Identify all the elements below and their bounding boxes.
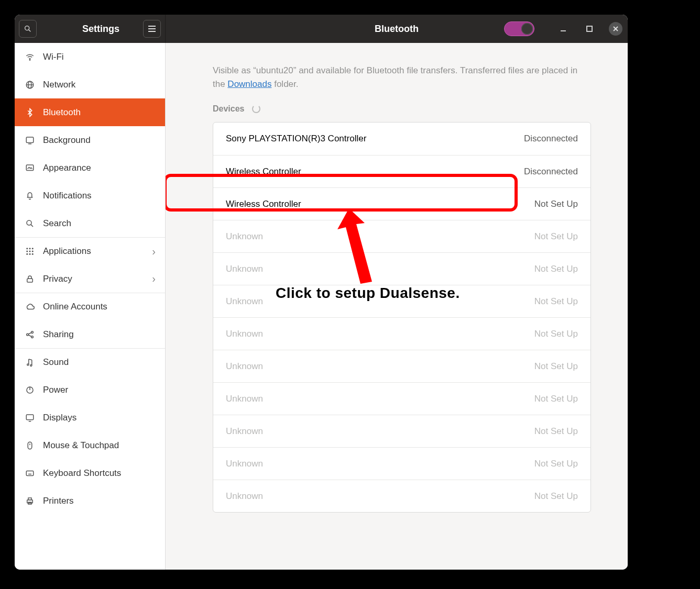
info-post: folder.: [271, 79, 298, 89]
sidebar-item-label: Mouse & Touchpad: [43, 440, 119, 451]
sidebar-item-mouse[interactable]: Mouse & Touchpad: [15, 431, 165, 459]
minimize-icon: [560, 26, 566, 32]
sidebar-item-printers[interactable]: Printers: [15, 487, 165, 515]
device-row[interactable]: UnknownNot Set Up: [213, 480, 590, 512]
sidebar-item-label: Bluetooth: [43, 107, 81, 118]
sidebar-item-sharing[interactable]: Sharing: [15, 320, 165, 348]
sidebar-item-search[interactable]: Search: [15, 209, 165, 237]
device-status: Disconnected: [524, 166, 578, 177]
mouse-icon: [24, 441, 36, 450]
downloads-link[interactable]: Downloads: [227, 79, 271, 89]
device-status: Not Set Up: [534, 264, 578, 274]
svg-line-31: [28, 332, 31, 334]
device-name: Unknown: [226, 459, 263, 469]
printers-icon: [24, 496, 36, 506]
network-icon: [24, 80, 36, 90]
menu-button[interactable]: [143, 20, 161, 38]
svg-rect-41: [26, 471, 34, 475]
minimize-button[interactable]: [556, 22, 570, 36]
sidebar-item-appearance[interactable]: Appearance: [15, 154, 165, 182]
body: Wi-FiNetworkBluetoothBackgroundAppearanc…: [15, 43, 628, 570]
device-name: Sony PLAYSTATION(R)3 Controller: [226, 134, 366, 144]
svg-point-21: [26, 251, 28, 252]
close-button[interactable]: [609, 22, 622, 36]
device-name: Wireless Controller: [226, 166, 301, 177]
search-button[interactable]: [19, 20, 37, 38]
svg-rect-27: [27, 279, 33, 282]
notifications-icon: [24, 191, 36, 201]
search-icon: [24, 25, 32, 33]
device-row[interactable]: UnknownNot Set Up: [213, 220, 590, 252]
device-row[interactable]: UnknownNot Set Up: [213, 447, 590, 480]
sidebar-item-wifi[interactable]: Wi-Fi: [15, 43, 165, 71]
device-row[interactable]: UnknownNot Set Up: [213, 350, 590, 382]
background-icon: [24, 136, 36, 145]
close-icon: [612, 26, 619, 32]
svg-point-33: [27, 364, 29, 365]
device-row[interactable]: UnknownNot Set Up: [213, 252, 590, 285]
sidebar-item-power[interactable]: Power: [15, 376, 165, 404]
device-status: Not Set Up: [534, 296, 578, 307]
device-name: Unknown: [226, 329, 263, 339]
sidebar-item-keyboard[interactable]: Keyboard Shortcuts: [15, 459, 165, 487]
svg-rect-39: [28, 442, 32, 449]
sidebar-item-label: Sharing: [43, 329, 74, 340]
sidebar-item-label: Sound: [43, 357, 69, 368]
device-row[interactable]: UnknownNot Set Up: [213, 382, 590, 415]
sidebar-item-privacy[interactable]: Privacy›: [15, 265, 165, 293]
content: Visible as “ubuntu20” and available for …: [166, 43, 628, 570]
online-accounts-icon: [24, 302, 36, 312]
keyboard-icon: [24, 469, 36, 478]
device-row[interactable]: Wireless ControllerDisconnected: [213, 155, 590, 187]
sidebar-item-online-accounts[interactable]: Online Accounts: [15, 293, 165, 320]
maximize-button[interactable]: [583, 22, 596, 36]
bluetooth-icon: [24, 108, 36, 117]
sidebar-item-displays[interactable]: Displays: [15, 404, 165, 431]
device-status: Not Set Up: [534, 231, 578, 242]
sidebar-item-network[interactable]: Network: [15, 71, 165, 98]
titlebar-right: Bluetooth: [166, 15, 628, 43]
device-status: Disconnected: [524, 134, 578, 144]
svg-point-26: [32, 253, 34, 255]
devices-header: Devices: [213, 104, 591, 114]
device-name: Unknown: [226, 296, 263, 307]
device-status: Not Set Up: [534, 199, 578, 209]
sidebar-item-notifications[interactable]: Notifications: [15, 182, 165, 209]
device-row[interactable]: UnknownNot Set Up: [213, 285, 590, 317]
svg-rect-13: [26, 137, 34, 143]
sidebar-item-label: Search: [43, 218, 71, 229]
sidebar-item-applications[interactable]: Applications›: [15, 237, 165, 265]
sidebar: Wi-FiNetworkBluetoothBackgroundAppearanc…: [15, 43, 166, 570]
sidebar-item-bluetooth[interactable]: Bluetooth: [15, 98, 165, 126]
device-name: Unknown: [226, 264, 263, 274]
device-row[interactable]: Sony PLAYSTATION(R)3 ControllerDisconnec…: [213, 123, 590, 155]
svg-point-0: [25, 26, 29, 30]
device-row[interactable]: Wireless ControllerNot Set Up: [213, 187, 590, 220]
devices-label: Devices: [213, 104, 245, 114]
sidebar-item-label: Notifications: [43, 191, 92, 201]
svg-point-18: [26, 248, 28, 249]
device-row[interactable]: UnknownNot Set Up: [213, 317, 590, 350]
device-name: Unknown: [226, 361, 263, 372]
applications-icon: [24, 247, 36, 256]
settings-window: Settings Bluetooth Wi: [15, 15, 628, 570]
wifi-icon: [24, 52, 36, 62]
bluetooth-toggle[interactable]: [504, 21, 534, 36]
sidebar-item-background[interactable]: Background: [15, 126, 165, 154]
titlebar: Settings Bluetooth: [15, 15, 628, 43]
sidebar-item-label: Keyboard Shortcuts: [43, 468, 121, 479]
device-row[interactable]: UnknownNot Set Up: [213, 415, 590, 447]
device-status: Not Set Up: [534, 361, 578, 372]
device-name: Wireless Controller: [226, 199, 301, 209]
sidebar-item-label: Printers: [43, 496, 74, 506]
privacy-icon: [24, 274, 36, 284]
chevron-right-icon: ›: [152, 246, 156, 258]
device-list: Sony PLAYSTATION(R)3 ControllerDisconnec…: [213, 122, 591, 513]
sidebar-item-sound[interactable]: Sound: [15, 348, 165, 376]
svg-point-34: [30, 365, 32, 366]
appearance-icon: [24, 163, 36, 173]
device-name: Unknown: [226, 426, 263, 437]
power-icon: [24, 385, 36, 395]
sidebar-item-label: Wi-Fi: [43, 52, 64, 62]
sidebar-item-label: Online Accounts: [43, 302, 107, 312]
